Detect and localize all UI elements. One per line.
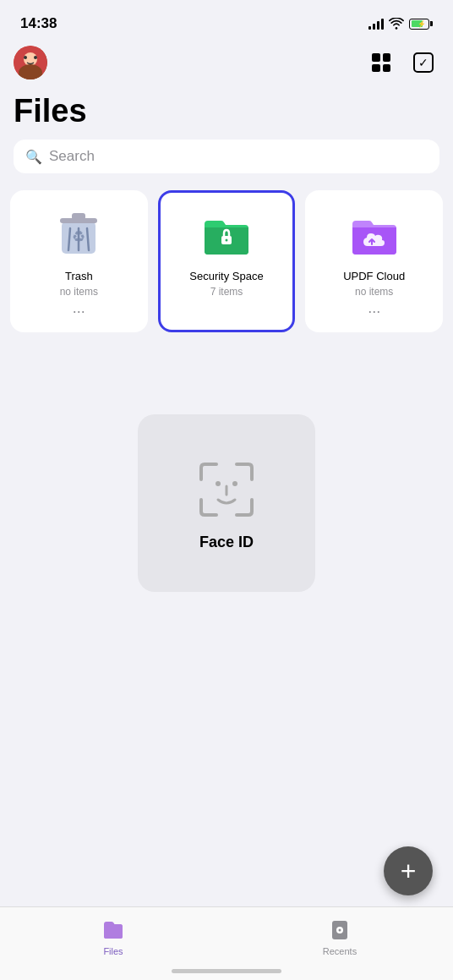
home-indicator bbox=[172, 969, 281, 973]
signal-icon bbox=[368, 18, 384, 30]
svg-rect-7 bbox=[72, 213, 85, 220]
status-bar: 14:38 ⚡ bbox=[0, 0, 453, 42]
header: ✓ bbox=[0, 42, 453, 86]
face-id-icon bbox=[193, 456, 260, 523]
security-space-card[interactable]: Security Space 7 items bbox=[158, 190, 296, 332]
recents-nav-label: Recents bbox=[323, 946, 357, 956]
updf-cloud-card[interactable]: UPDF Cloud no items ··· bbox=[305, 190, 443, 332]
svg-point-13 bbox=[225, 239, 227, 242]
search-placeholder: Search bbox=[49, 148, 95, 165]
trash-icon: ♻ bbox=[52, 207, 106, 261]
security-space-name: Security Space bbox=[189, 270, 263, 282]
updf-cloud-count: no items bbox=[355, 286, 393, 298]
svg-point-14 bbox=[216, 481, 221, 486]
security-space-icon bbox=[199, 207, 254, 261]
page-title: Files bbox=[0, 86, 453, 140]
svg-point-19 bbox=[339, 929, 341, 932]
files-nav-label: Files bbox=[103, 946, 123, 956]
status-time: 14:38 bbox=[20, 15, 57, 32]
updf-cloud-icon bbox=[347, 207, 401, 261]
recents-nav-icon bbox=[327, 917, 352, 943]
svg-point-4 bbox=[34, 56, 37, 59]
updf-cloud-menu[interactable]: ··· bbox=[368, 303, 380, 320]
nav-item-recents[interactable]: Recents bbox=[226, 917, 453, 956]
select-mode-button[interactable]: ✓ bbox=[407, 47, 439, 79]
security-space-count: 7 items bbox=[210, 286, 243, 298]
wifi-icon bbox=[389, 18, 404, 30]
svg-point-15 bbox=[232, 481, 237, 486]
trash-count: no items bbox=[60, 286, 98, 298]
add-button[interactable]: + bbox=[384, 846, 433, 895]
search-icon: 🔍 bbox=[25, 149, 42, 165]
files-grid: ♻ Trash no items ··· Security Space 7 it… bbox=[0, 190, 453, 332]
grid-icon bbox=[372, 53, 390, 72]
battery-icon: ⚡ bbox=[409, 19, 433, 30]
updf-cloud-name: UPDF Cloud bbox=[343, 270, 405, 282]
grid-view-button[interactable] bbox=[365, 47, 397, 79]
checkbox-icon: ✓ bbox=[413, 52, 434, 73]
trash-name: Trash bbox=[65, 270, 93, 282]
trash-card[interactable]: ♻ Trash no items ··· bbox=[10, 190, 148, 332]
face-id-label: Face ID bbox=[199, 534, 254, 551]
nav-item-files[interactable]: Files bbox=[0, 917, 226, 956]
files-nav-icon bbox=[101, 917, 126, 943]
face-id-overlay[interactable]: Face ID bbox=[138, 414, 315, 592]
trash-menu[interactable]: ··· bbox=[73, 303, 85, 320]
svg-text:♻: ♻ bbox=[72, 228, 85, 245]
header-actions: ✓ bbox=[365, 47, 439, 79]
svg-point-3 bbox=[24, 56, 27, 59]
search-bar[interactable]: 🔍 Search bbox=[14, 140, 439, 173]
avatar[interactable] bbox=[14, 46, 47, 79]
search-container: 🔍 Search bbox=[0, 140, 453, 190]
status-icons: ⚡ bbox=[368, 18, 433, 30]
